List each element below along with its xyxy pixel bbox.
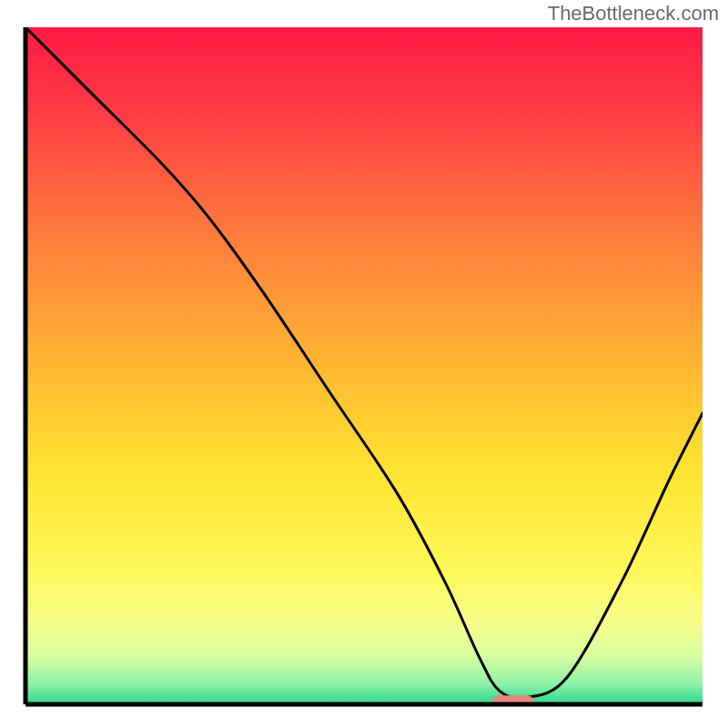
bottleneck-chart: [0, 0, 728, 728]
watermark-text: TheBottleneck.com: [548, 2, 719, 25]
chart-container: TheBottleneck.com: [0, 0, 728, 728]
